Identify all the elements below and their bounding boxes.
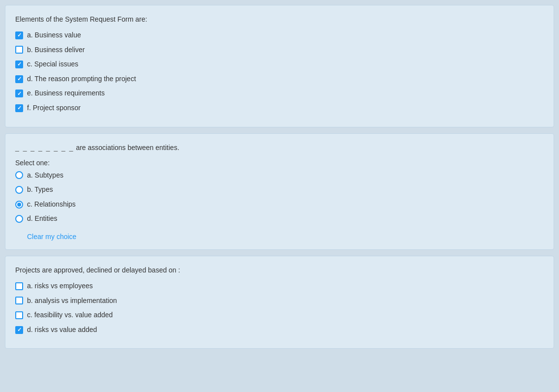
option-row-q3b: b. analysis vs implementation (15, 296, 544, 306)
label-q3a: a. risks vs employees (27, 281, 93, 291)
checkbox-q3b[interactable] (15, 297, 23, 304)
question-1-text: Elements of the System Request Form are: (15, 14, 544, 25)
checkbox-q3a[interactable] (15, 282, 23, 290)
label-q1b: b. Business deliver (27, 45, 85, 55)
option-row-q1a: ✓ a. Business value (15, 30, 544, 40)
question-3-block: Projects are approved, declined or delay… (5, 256, 554, 349)
label-q1c: c. Special issues (27, 60, 78, 69)
option-row-q2a: a. Subtypes (15, 171, 544, 181)
label-q1f: f. Project sponsor (27, 103, 81, 113)
checkbox-q1f[interactable]: ✓ (15, 104, 23, 112)
checkbox-q1e[interactable]: ✓ (15, 90, 23, 97)
label-q3d: d. risks vs value added (27, 325, 97, 335)
checkbox-q3c[interactable] (15, 311, 23, 319)
checkmark-q1c: ✓ (17, 61, 22, 67)
option-row-q2c: c. Relationships (15, 200, 544, 210)
option-row-q2b: b. Types (15, 185, 544, 195)
radio-q2d[interactable] (15, 215, 23, 223)
question-1-block: Elements of the System Request Form are:… (5, 5, 554, 127)
label-q2b: b. Types (27, 185, 53, 195)
question-3-text: Projects are approved, declined or delay… (15, 265, 544, 275)
question-2-block: _ _ _ _ _ _ _ _ are associations between… (5, 133, 554, 250)
option-row-q3a: a. risks vs employees (15, 281, 544, 291)
checkbox-q1d[interactable]: ✓ (15, 75, 23, 83)
radio-q2b[interactable] (15, 186, 23, 194)
option-row-q3c: c. feasibility vs. value added (15, 310, 544, 320)
option-row-q1f: ✓ f. Project sponsor (15, 103, 544, 113)
label-q1a: a. Business value (27, 30, 81, 40)
radio-q2a[interactable] (15, 171, 23, 179)
label-q2a: a. Subtypes (27, 171, 63, 181)
checkmark-q1a: ✓ (17, 32, 22, 38)
radio-q2c[interactable] (15, 201, 23, 209)
checkmark-q3d: ✓ (17, 327, 22, 332)
checkbox-q3d[interactable]: ✓ (15, 326, 23, 334)
checkmark-q1f: ✓ (17, 105, 22, 111)
option-row-q3d: ✓ d. risks vs value added (15, 325, 544, 335)
label-q1d: d. The reason prompting the project (27, 74, 136, 84)
checkbox-q1c[interactable]: ✓ (15, 60, 23, 68)
option-row-q2d: d. Entities (15, 214, 544, 224)
label-q3c: c. feasibility vs. value added (27, 310, 113, 320)
dashes: _ _ _ _ _ _ _ _ (15, 144, 74, 151)
label-q1e: e. Business requirements (27, 89, 105, 98)
clear-choice-link[interactable]: Clear my choice (27, 233, 76, 241)
option-row-q1b: b. Business deliver (15, 45, 544, 55)
label-q3b: b. analysis vs implementation (27, 296, 117, 306)
question-2-text: _ _ _ _ _ _ _ _ are associations between… (15, 143, 544, 153)
label-q2d: d. Entities (27, 214, 57, 224)
checkbox-q1a[interactable]: ✓ (15, 31, 23, 39)
radio-dot-q2c (17, 203, 21, 207)
option-row-q1c: ✓ c. Special issues (15, 60, 544, 69)
select-one-label: Select one: (15, 159, 544, 167)
checkmark-q1e: ✓ (17, 91, 22, 96)
option-row-q1e: ✓ e. Business requirements (15, 89, 544, 98)
option-row-q1d: ✓ d. The reason prompting the project (15, 74, 544, 84)
label-q2c: c. Relationships (27, 200, 76, 210)
checkbox-q1b[interactable] (15, 46, 23, 54)
checkmark-q1d: ✓ (17, 76, 22, 82)
